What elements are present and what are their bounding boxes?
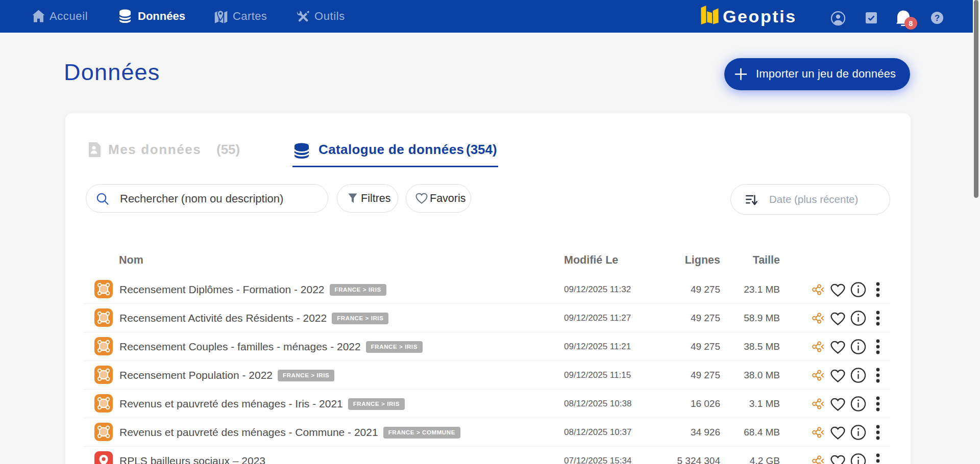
svg-text:?: ? <box>935 13 940 22</box>
svg-text:8: 8 <box>909 19 913 28</box>
